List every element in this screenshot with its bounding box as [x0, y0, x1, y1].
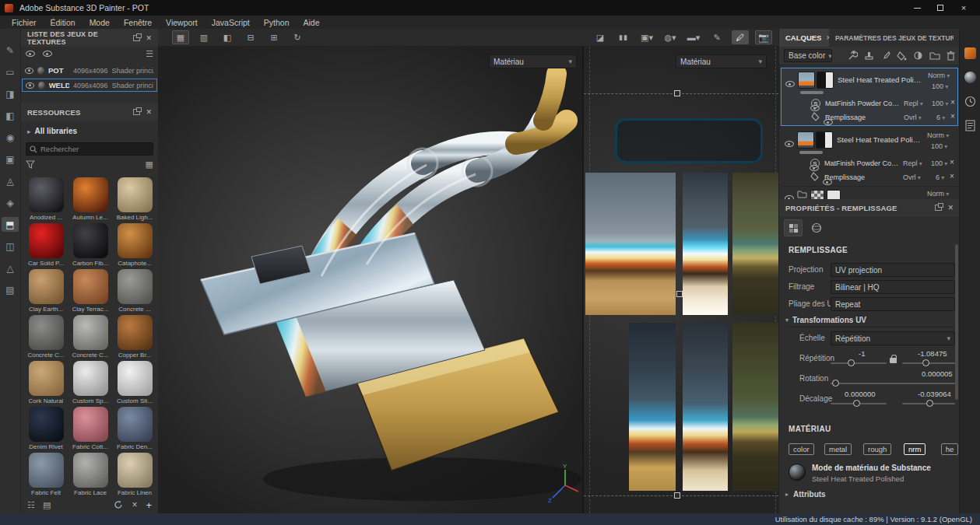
camera-mode-dropdown-icon[interactable]: ▬▾	[685, 30, 702, 44]
display-settings-icon[interactable]: ◪	[592, 30, 609, 44]
delete-trash-icon[interactable]	[947, 51, 955, 61]
slider-knob[interactable]	[832, 380, 839, 387]
channel-chip-metal[interactable]: metal	[824, 443, 852, 455]
layer-drag-handle[interactable]	[799, 151, 823, 154]
remove-layer-icon[interactable]: ×	[950, 113, 955, 121]
library-selector[interactable]: ▸ All libraries	[27, 127, 77, 135]
material-item[interactable]: Clay Earth...	[24, 269, 68, 313]
effects-wrench-icon[interactable]	[848, 51, 858, 61]
grid-snap-icon[interactable]: ▦	[172, 30, 189, 44]
layer-group-selected[interactable]: Steel Heat Treated Polished Norm 100 S M…	[781, 68, 958, 126]
close-panel-icon[interactable]: ×	[146, 33, 152, 43]
menu-edition[interactable]: Édition	[44, 18, 83, 27]
channel-chip-nrm[interactable]: nrm	[904, 443, 926, 455]
menu-aide[interactable]: Aide	[296, 18, 326, 27]
minimize-button[interactable]	[905, 0, 929, 16]
grid-view-icon[interactable]: ▦	[146, 159, 153, 170]
material-item[interactable]: Custom Sti...	[113, 361, 157, 404]
repetition-y-value[interactable]: -1.08475	[918, 349, 947, 358]
geometry-mask-tool[interactable]: ◈	[2, 195, 19, 210]
channel-chip-height[interactable]: he	[941, 443, 958, 455]
brush-settings-button[interactable]: 🖊	[732, 30, 749, 44]
material-item[interactable]: Cataphote...	[113, 223, 157, 267]
properties-tab-material-icon[interactable]	[784, 219, 803, 236]
viewport-3d[interactable]: Matériau Y Z	[158, 47, 582, 513]
viewport2d-material-dropdown[interactable]: Matériau	[676, 54, 767, 68]
slider-knob[interactable]	[922, 359, 929, 366]
tab-calques[interactable]: CALQUES ×	[779, 29, 829, 47]
menu-python[interactable]: Python	[257, 18, 297, 27]
transforms-uv-section[interactable]: ▾ Transformations UV	[785, 316, 866, 324]
layer-blend-dropdown[interactable]: Repl	[904, 100, 923, 107]
material-item[interactable]: Fabric Felt	[24, 453, 68, 496]
menu-javascript[interactable]: JavaScript	[205, 18, 257, 27]
add-resource-icon[interactable]: +	[146, 499, 152, 511]
link-lock-icon[interactable]	[890, 358, 897, 363]
pause-engine-button[interactable]: ▮▮	[615, 30, 632, 44]
channel-chip-color[interactable]: color	[789, 443, 814, 455]
resource-search-input[interactable]	[40, 145, 134, 153]
quick-mask-tool[interactable]: ⬒	[2, 217, 19, 232]
maximize-button[interactable]	[929, 0, 952, 16]
decalage-y-slider[interactable]	[902, 399, 955, 408]
layer-opacity-dropdown[interactable]: 100	[931, 142, 947, 150]
repetition-x-slider[interactable]	[831, 359, 887, 368]
projection-dropdown[interactable]: UV projection	[831, 263, 955, 277]
layer-blend-dropdown[interactable]: Ovrl	[904, 114, 922, 121]
menu-mode[interactable]: Mode	[83, 18, 117, 27]
attributs-section[interactable]: ▸ Attributs	[785, 490, 826, 499]
layer-blend-dropdown[interactable]: Norm	[927, 131, 949, 139]
layer-visibility-icon[interactable]	[785, 141, 794, 147]
layer-blend-dropdown[interactable]: Repl	[903, 159, 922, 167]
pliage-dropdown[interactable]: Repeat	[831, 297, 955, 311]
material-item[interactable]: Custom Sp...	[68, 361, 113, 404]
material-item[interactable]: Copper Br...	[113, 315, 157, 359]
material-item[interactable]: Fabric Lace	[68, 453, 113, 496]
popout-icon[interactable]	[935, 205, 942, 211]
remove-layer-icon[interactable]: ×	[950, 99, 955, 107]
close-panel-icon[interactable]: ×	[948, 203, 954, 212]
stamp-icon[interactable]	[864, 51, 874, 61]
add-layer-quick-icon[interactable]: ⊞	[265, 30, 283, 44]
decalage-y-value[interactable]: -0.039064	[918, 390, 951, 398]
menu-fenetre[interactable]: Fenêtre	[117, 18, 159, 27]
history-clock-icon[interactable]	[964, 96, 976, 107]
add-mask-icon[interactable]	[913, 51, 923, 61]
texture-set-row-pot[interactable]: POT 4096x4096 Shader princi...	[22, 64, 157, 77]
symmetry-settings-icon[interactable]: ⊟	[242, 30, 259, 44]
remove-layer-icon[interactable]: ×	[950, 159, 954, 166]
layer-visibility-icon[interactable]	[785, 81, 795, 87]
screenshot-camera-button[interactable]: 📷	[755, 30, 772, 44]
material-item[interactable]: Fabric Linen	[113, 453, 157, 496]
visibility-all-icon[interactable]	[26, 51, 35, 57]
decalage-x-slider[interactable]	[831, 399, 887, 408]
add-paint-brush-icon[interactable]	[880, 51, 890, 61]
filter-funnel-icon[interactable]	[26, 160, 35, 169]
material-item[interactable]: Clay Terrac...	[68, 269, 113, 313]
clear-search-icon[interactable]: ×	[132, 500, 137, 509]
material-item[interactable]: Autumn Le...	[68, 177, 113, 221]
visibility-eye-icon[interactable]	[26, 82, 34, 89]
layer-opacity-dropdown[interactable]: 6	[936, 173, 944, 181]
layer-thumbnail[interactable]	[797, 131, 814, 149]
repetition-y-slider[interactable]	[902, 359, 955, 368]
resource-search-box[interactable]	[26, 142, 153, 156]
popout-icon[interactable]	[133, 35, 140, 41]
layer-opacity-dropdown[interactable]: 100	[931, 159, 947, 167]
stencil-dropdown-icon[interactable]: ▣▾	[638, 30, 655, 44]
add-fill-bucket-icon[interactable]	[897, 51, 907, 61]
layer-opacity-dropdown[interactable]: 100	[932, 100, 948, 107]
material-item[interactable]: Concrete ...	[113, 269, 157, 313]
list-options-icon[interactable]: ☰	[146, 49, 153, 59]
shelf-sphere-icon[interactable]	[964, 72, 976, 83]
visibility-solo-icon[interactable]	[43, 51, 52, 57]
symmetry-x-icon[interactable]: ◧	[219, 30, 236, 44]
layer-blend-dropdown[interactable]: Norm	[927, 190, 949, 198]
filtrage-dropdown[interactable]: Bilinear | HQ	[831, 280, 955, 294]
properties-tab-sphere-icon[interactable]	[807, 219, 826, 236]
slider-knob[interactable]	[853, 400, 860, 407]
viewport-2d[interactable]: Matériau	[584, 47, 778, 513]
polygon-fill-tool[interactable]: ◧	[2, 108, 19, 123]
layer-group[interactable]: Steel Heat Treated Polished Norm 100 S M…	[781, 128, 958, 187]
layer-blend-dropdown[interactable]: Norm	[928, 72, 950, 79]
